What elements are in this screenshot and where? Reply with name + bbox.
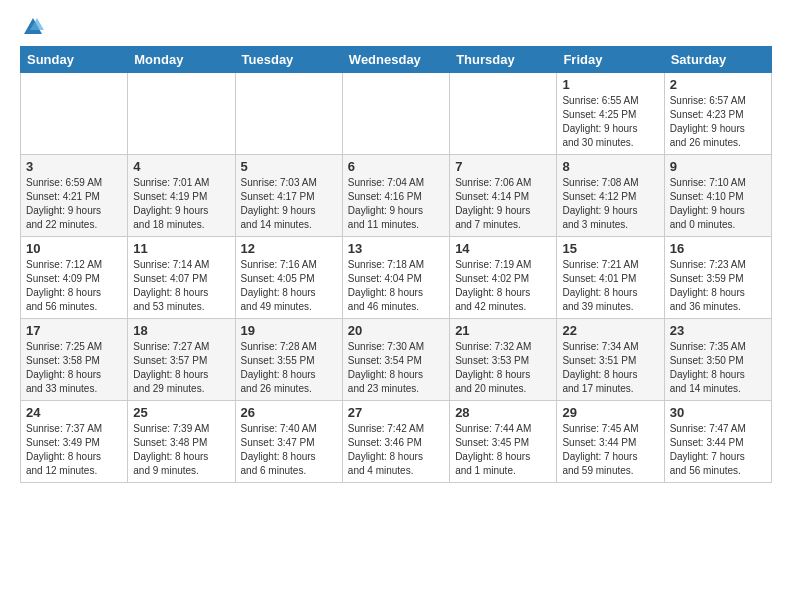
- day-info: Sunrise: 7:42 AM Sunset: 3:46 PM Dayligh…: [348, 422, 444, 478]
- calendar-body: 1Sunrise: 6:55 AM Sunset: 4:25 PM Daylig…: [21, 73, 772, 483]
- day-info: Sunrise: 7:28 AM Sunset: 3:55 PM Dayligh…: [241, 340, 337, 396]
- day-info: Sunrise: 7:47 AM Sunset: 3:44 PM Dayligh…: [670, 422, 766, 478]
- calendar-cell: 20Sunrise: 7:30 AM Sunset: 3:54 PM Dayli…: [342, 319, 449, 401]
- calendar-week-row: 24Sunrise: 7:37 AM Sunset: 3:49 PM Dayli…: [21, 401, 772, 483]
- day-number: 26: [241, 405, 337, 420]
- calendar-cell: [342, 73, 449, 155]
- day-info: Sunrise: 6:55 AM Sunset: 4:25 PM Dayligh…: [562, 94, 658, 150]
- logo-icon: [22, 16, 44, 38]
- calendar-cell: 10Sunrise: 7:12 AM Sunset: 4:09 PM Dayli…: [21, 237, 128, 319]
- day-info: Sunrise: 7:03 AM Sunset: 4:17 PM Dayligh…: [241, 176, 337, 232]
- day-number: 24: [26, 405, 122, 420]
- day-number: 8: [562, 159, 658, 174]
- day-number: 20: [348, 323, 444, 338]
- day-info: Sunrise: 7:04 AM Sunset: 4:16 PM Dayligh…: [348, 176, 444, 232]
- calendar-cell: 15Sunrise: 7:21 AM Sunset: 4:01 PM Dayli…: [557, 237, 664, 319]
- calendar-cell: 14Sunrise: 7:19 AM Sunset: 4:02 PM Dayli…: [450, 237, 557, 319]
- day-number: 14: [455, 241, 551, 256]
- calendar-cell: 21Sunrise: 7:32 AM Sunset: 3:53 PM Dayli…: [450, 319, 557, 401]
- calendar-cell: 9Sunrise: 7:10 AM Sunset: 4:10 PM Daylig…: [664, 155, 771, 237]
- calendar-cell: 6Sunrise: 7:04 AM Sunset: 4:16 PM Daylig…: [342, 155, 449, 237]
- calendar-cell: 23Sunrise: 7:35 AM Sunset: 3:50 PM Dayli…: [664, 319, 771, 401]
- calendar-cell: 11Sunrise: 7:14 AM Sunset: 4:07 PM Dayli…: [128, 237, 235, 319]
- day-info: Sunrise: 7:40 AM Sunset: 3:47 PM Dayligh…: [241, 422, 337, 478]
- day-info: Sunrise: 7:14 AM Sunset: 4:07 PM Dayligh…: [133, 258, 229, 314]
- calendar-cell: 24Sunrise: 7:37 AM Sunset: 3:49 PM Dayli…: [21, 401, 128, 483]
- calendar-week-row: 1Sunrise: 6:55 AM Sunset: 4:25 PM Daylig…: [21, 73, 772, 155]
- page: SundayMondayTuesdayWednesdayThursdayFrid…: [0, 0, 792, 493]
- calendar-header-cell: Sunday: [21, 47, 128, 73]
- calendar-header-row: SundayMondayTuesdayWednesdayThursdayFrid…: [21, 47, 772, 73]
- calendar-cell: 19Sunrise: 7:28 AM Sunset: 3:55 PM Dayli…: [235, 319, 342, 401]
- day-info: Sunrise: 7:19 AM Sunset: 4:02 PM Dayligh…: [455, 258, 551, 314]
- day-number: 7: [455, 159, 551, 174]
- calendar-header-cell: Friday: [557, 47, 664, 73]
- day-info: Sunrise: 7:34 AM Sunset: 3:51 PM Dayligh…: [562, 340, 658, 396]
- calendar-cell: 27Sunrise: 7:42 AM Sunset: 3:46 PM Dayli…: [342, 401, 449, 483]
- day-info: Sunrise: 6:57 AM Sunset: 4:23 PM Dayligh…: [670, 94, 766, 150]
- calendar-cell: 7Sunrise: 7:06 AM Sunset: 4:14 PM Daylig…: [450, 155, 557, 237]
- day-info: Sunrise: 7:27 AM Sunset: 3:57 PM Dayligh…: [133, 340, 229, 396]
- day-number: 4: [133, 159, 229, 174]
- day-info: Sunrise: 7:37 AM Sunset: 3:49 PM Dayligh…: [26, 422, 122, 478]
- day-number: 16: [670, 241, 766, 256]
- header: [20, 16, 772, 38]
- day-number: 25: [133, 405, 229, 420]
- day-number: 15: [562, 241, 658, 256]
- calendar-cell: 16Sunrise: 7:23 AM Sunset: 3:59 PM Dayli…: [664, 237, 771, 319]
- day-number: 18: [133, 323, 229, 338]
- day-info: Sunrise: 7:32 AM Sunset: 3:53 PM Dayligh…: [455, 340, 551, 396]
- day-number: 19: [241, 323, 337, 338]
- calendar-cell: 22Sunrise: 7:34 AM Sunset: 3:51 PM Dayli…: [557, 319, 664, 401]
- calendar-cell: 3Sunrise: 6:59 AM Sunset: 4:21 PM Daylig…: [21, 155, 128, 237]
- day-number: 5: [241, 159, 337, 174]
- calendar-cell: [128, 73, 235, 155]
- calendar-week-row: 10Sunrise: 7:12 AM Sunset: 4:09 PM Dayli…: [21, 237, 772, 319]
- day-info: Sunrise: 7:35 AM Sunset: 3:50 PM Dayligh…: [670, 340, 766, 396]
- day-number: 13: [348, 241, 444, 256]
- day-number: 29: [562, 405, 658, 420]
- day-number: 1: [562, 77, 658, 92]
- calendar-cell: [450, 73, 557, 155]
- calendar-header-cell: Wednesday: [342, 47, 449, 73]
- day-number: 28: [455, 405, 551, 420]
- calendar-header-cell: Thursday: [450, 47, 557, 73]
- day-info: Sunrise: 7:25 AM Sunset: 3:58 PM Dayligh…: [26, 340, 122, 396]
- day-info: Sunrise: 7:21 AM Sunset: 4:01 PM Dayligh…: [562, 258, 658, 314]
- day-info: Sunrise: 7:12 AM Sunset: 4:09 PM Dayligh…: [26, 258, 122, 314]
- logo: [20, 16, 44, 38]
- day-info: Sunrise: 7:08 AM Sunset: 4:12 PM Dayligh…: [562, 176, 658, 232]
- day-info: Sunrise: 7:23 AM Sunset: 3:59 PM Dayligh…: [670, 258, 766, 314]
- calendar-cell: [235, 73, 342, 155]
- day-info: Sunrise: 7:39 AM Sunset: 3:48 PM Dayligh…: [133, 422, 229, 478]
- calendar-cell: 30Sunrise: 7:47 AM Sunset: 3:44 PM Dayli…: [664, 401, 771, 483]
- day-number: 21: [455, 323, 551, 338]
- calendar-header-cell: Monday: [128, 47, 235, 73]
- calendar-cell: 26Sunrise: 7:40 AM Sunset: 3:47 PM Dayli…: [235, 401, 342, 483]
- day-number: 3: [26, 159, 122, 174]
- day-number: 27: [348, 405, 444, 420]
- calendar-week-row: 17Sunrise: 7:25 AM Sunset: 3:58 PM Dayli…: [21, 319, 772, 401]
- calendar-header-cell: Tuesday: [235, 47, 342, 73]
- calendar-cell: 4Sunrise: 7:01 AM Sunset: 4:19 PM Daylig…: [128, 155, 235, 237]
- calendar: SundayMondayTuesdayWednesdayThursdayFrid…: [20, 46, 772, 483]
- calendar-cell: 12Sunrise: 7:16 AM Sunset: 4:05 PM Dayli…: [235, 237, 342, 319]
- day-number: 22: [562, 323, 658, 338]
- day-info: Sunrise: 7:16 AM Sunset: 4:05 PM Dayligh…: [241, 258, 337, 314]
- day-number: 11: [133, 241, 229, 256]
- calendar-cell: 8Sunrise: 7:08 AM Sunset: 4:12 PM Daylig…: [557, 155, 664, 237]
- calendar-header-cell: Saturday: [664, 47, 771, 73]
- day-info: Sunrise: 7:44 AM Sunset: 3:45 PM Dayligh…: [455, 422, 551, 478]
- calendar-cell: 1Sunrise: 6:55 AM Sunset: 4:25 PM Daylig…: [557, 73, 664, 155]
- day-info: Sunrise: 6:59 AM Sunset: 4:21 PM Dayligh…: [26, 176, 122, 232]
- calendar-cell: 17Sunrise: 7:25 AM Sunset: 3:58 PM Dayli…: [21, 319, 128, 401]
- day-info: Sunrise: 7:30 AM Sunset: 3:54 PM Dayligh…: [348, 340, 444, 396]
- calendar-cell: 13Sunrise: 7:18 AM Sunset: 4:04 PM Dayli…: [342, 237, 449, 319]
- calendar-week-row: 3Sunrise: 6:59 AM Sunset: 4:21 PM Daylig…: [21, 155, 772, 237]
- calendar-cell: 25Sunrise: 7:39 AM Sunset: 3:48 PM Dayli…: [128, 401, 235, 483]
- day-number: 23: [670, 323, 766, 338]
- day-info: Sunrise: 7:06 AM Sunset: 4:14 PM Dayligh…: [455, 176, 551, 232]
- day-number: 2: [670, 77, 766, 92]
- calendar-cell: 28Sunrise: 7:44 AM Sunset: 3:45 PM Dayli…: [450, 401, 557, 483]
- day-number: 10: [26, 241, 122, 256]
